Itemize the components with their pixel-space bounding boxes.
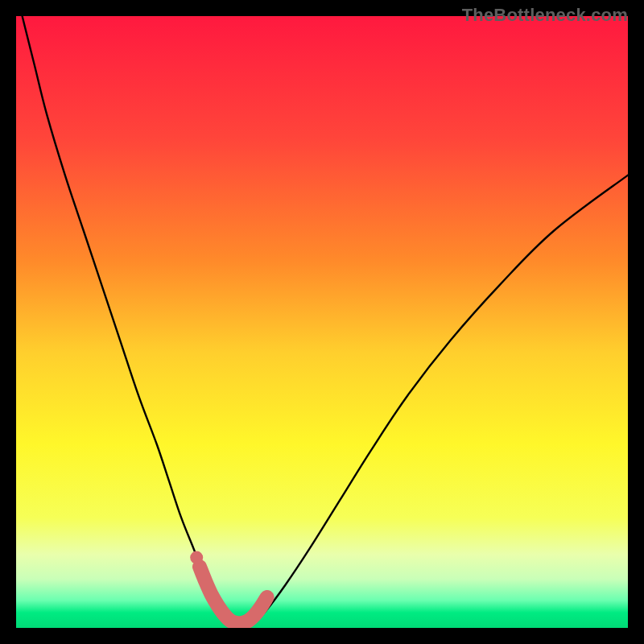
bottleneck-chart <box>16 16 628 628</box>
chart-frame <box>16 16 628 628</box>
plot-background <box>16 16 628 628</box>
marker-dot <box>190 551 203 564</box>
watermark-text: TheBottleneck.com <box>462 5 628 26</box>
